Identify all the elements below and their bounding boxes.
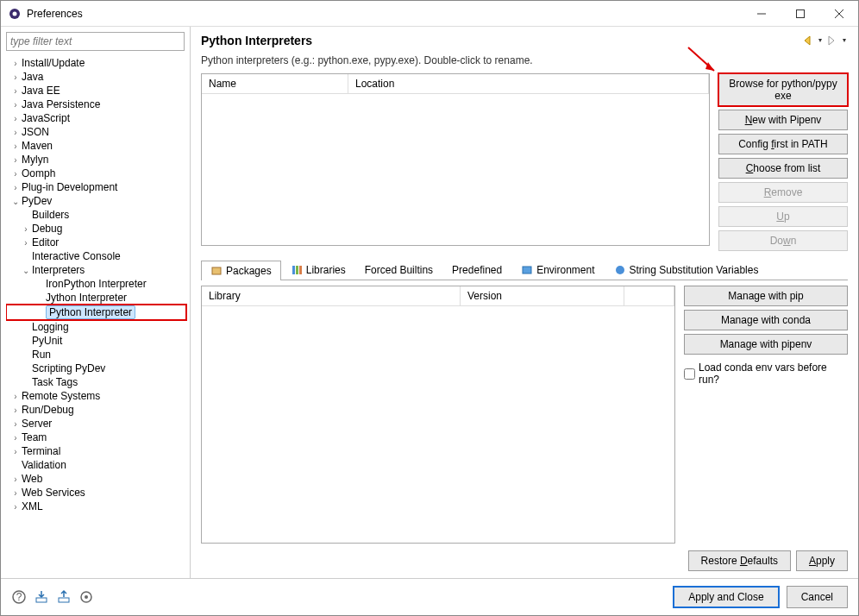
- up-button: Up: [718, 206, 848, 227]
- collapse-icon[interactable]: ⌄: [9, 197, 22, 206]
- tree-item[interactable]: ›Server: [6, 417, 186, 431]
- oomph-icon[interactable]: [78, 589, 94, 605]
- tree-item-label: Terminal: [22, 445, 60, 457]
- help-icon[interactable]: ?: [11, 589, 27, 605]
- apply-close-button[interactable]: Apply and Close: [673, 586, 779, 608]
- manage-pip-button[interactable]: Manage with pip: [684, 286, 848, 306]
- tree-item[interactable]: ›Java Persistence: [6, 97, 186, 111]
- expand-icon[interactable]: ›: [9, 86, 22, 96]
- expand-icon[interactable]: ›: [9, 169, 22, 179]
- expand-icon[interactable]: ›: [9, 183, 22, 192]
- tree-item-label: Run: [32, 349, 51, 361]
- maximize-button[interactable]: [781, 1, 819, 27]
- config-path-button[interactable]: Config first in PATH: [718, 134, 848, 154]
- expand-icon[interactable]: ›: [9, 100, 22, 110]
- tree-item[interactable]: ›Logging: [6, 320, 186, 334]
- tab-forced-builtins[interactable]: Forced Builtins: [355, 260, 442, 280]
- tab-environment[interactable]: Environment: [511, 260, 604, 280]
- tree-item[interactable]: ›Python Interpreter: [6, 305, 186, 320]
- tree-item[interactable]: ›Interactive Console: [6, 249, 186, 263]
- tree-item[interactable]: ⌄Interpreters: [6, 263, 186, 277]
- conda-env-checkbox-label[interactable]: Load conda env vars before run?: [684, 361, 848, 386]
- tree-item[interactable]: ›Jython Interpreter: [6, 291, 186, 305]
- new-pipenv-button[interactable]: New with Pipenv: [718, 110, 848, 130]
- expand-icon[interactable]: ›: [9, 447, 22, 456]
- tree-item[interactable]: ›Run: [6, 348, 186, 361]
- col-version[interactable]: Version: [461, 286, 624, 305]
- expand-icon[interactable]: ›: [9, 475, 22, 484]
- col-name[interactable]: Name: [202, 74, 348, 93]
- tree-item[interactable]: ›Oomph: [6, 167, 186, 180]
- expand-icon[interactable]: ›: [9, 419, 22, 429]
- down-button: Down: [718, 230, 848, 251]
- import-prefs-icon[interactable]: [34, 589, 49, 605]
- tree-item[interactable]: ›Validation: [6, 458, 186, 472]
- expand-icon[interactable]: ›: [9, 72, 22, 82]
- cancel-button[interactable]: Cancel: [787, 586, 848, 608]
- svg-point-1: [13, 11, 17, 16]
- tree-item[interactable]: ›Maven: [6, 139, 186, 153]
- expand-icon[interactable]: ›: [9, 488, 22, 498]
- choose-list-button[interactable]: Choose from list: [718, 158, 848, 179]
- expand-icon[interactable]: ›: [9, 114, 22, 123]
- expand-icon[interactable]: ›: [9, 141, 22, 151]
- expand-icon[interactable]: ›: [9, 155, 22, 165]
- tree-item[interactable]: ›IronPython Interpreter: [6, 277, 186, 291]
- expand-icon[interactable]: ›: [9, 392, 22, 401]
- tab-string-substitution[interactable]: String Substitution Variables: [605, 260, 768, 280]
- tree-item[interactable]: ›Web Services: [6, 486, 186, 500]
- expand-icon[interactable]: ›: [9, 128, 22, 137]
- forward-arrow-icon[interactable]: [827, 35, 848, 46]
- tree-item[interactable]: ⌄PyDev: [6, 194, 186, 208]
- manage-pipenv-button[interactable]: Manage with pipenv: [684, 334, 848, 355]
- svg-rect-16: [59, 598, 69, 602]
- filter-input[interactable]: [6, 32, 185, 51]
- tabs: Packages Libraries Forced Builtins Prede…: [201, 260, 848, 280]
- preferences-tree[interactable]: ›Install/Update›Java›Java EE›Java Persis…: [6, 56, 190, 573]
- tree-item[interactable]: ›Java: [6, 70, 186, 84]
- tab-libraries[interactable]: Libraries: [281, 260, 355, 280]
- col-location[interactable]: Location: [348, 74, 709, 93]
- tree-item[interactable]: ›Remote Systems: [6, 389, 186, 403]
- tree-item-label: Jython Interpreter: [46, 292, 127, 304]
- close-button[interactable]: [819, 1, 858, 27]
- svg-rect-9: [296, 266, 298, 274]
- tree-item[interactable]: ›Scripting PyDev: [6, 361, 186, 375]
- export-prefs-icon[interactable]: [56, 589, 72, 605]
- conda-env-checkbox[interactable]: [684, 368, 695, 380]
- manage-conda-button[interactable]: Manage with conda: [684, 310, 848, 330]
- tab-packages[interactable]: Packages: [201, 261, 281, 280]
- expand-icon[interactable]: ›: [9, 502, 22, 512]
- tree-item[interactable]: ›PyUnit: [6, 334, 186, 348]
- tree-item[interactable]: ›Team: [6, 431, 186, 444]
- expand-icon[interactable]: ›: [9, 433, 22, 443]
- tree-item[interactable]: ›Install/Update: [6, 56, 186, 70]
- expand-icon[interactable]: ›: [20, 224, 32, 234]
- tree-item[interactable]: ›Web: [6, 472, 186, 486]
- tree-item[interactable]: ›JavaScript: [6, 111, 186, 125]
- tree-item[interactable]: ›XML: [6, 500, 186, 513]
- tab-predefined[interactable]: Predefined: [442, 260, 511, 280]
- collapse-icon[interactable]: ⌄: [20, 266, 32, 275]
- browse-button[interactable]: Browse for python/pypy exe: [718, 73, 848, 106]
- expand-icon[interactable]: ›: [20, 238, 32, 248]
- expand-icon[interactable]: ›: [9, 59, 22, 68]
- interpreters-table[interactable]: Name Location: [201, 73, 710, 246]
- minimize-button[interactable]: [742, 1, 781, 27]
- tree-item[interactable]: ›Editor: [6, 236, 186, 249]
- expand-icon[interactable]: ›: [9, 405, 22, 415]
- tree-item[interactable]: ›Run/Debug: [6, 403, 186, 417]
- tree-item[interactable]: ›Plug-in Development: [6, 180, 186, 194]
- restore-defaults-button[interactable]: Restore Defaults: [688, 550, 791, 571]
- back-arrow-icon[interactable]: [803, 35, 824, 46]
- col-library[interactable]: Library: [202, 286, 461, 305]
- packages-table[interactable]: Library Version: [201, 286, 675, 544]
- tree-item[interactable]: ›Terminal: [6, 444, 186, 458]
- tree-item[interactable]: ›Debug: [6, 222, 186, 236]
- tree-item[interactable]: ›Builders: [6, 208, 186, 222]
- tree-item[interactable]: ›Mylyn: [6, 153, 186, 167]
- tree-item[interactable]: ›JSON: [6, 125, 186, 139]
- tree-item[interactable]: ›Task Tags: [6, 375, 186, 389]
- apply-button[interactable]: Apply: [796, 550, 848, 571]
- tree-item[interactable]: ›Java EE: [6, 84, 186, 97]
